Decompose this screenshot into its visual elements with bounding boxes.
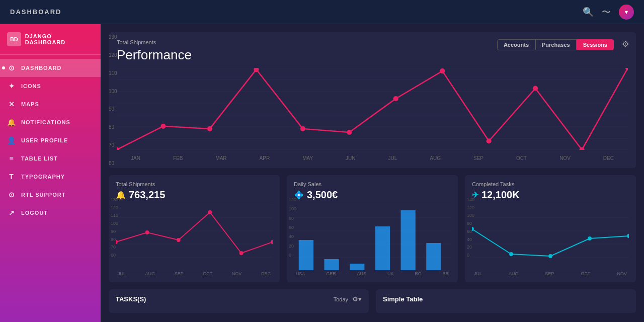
sidebar-item-logout[interactable]: ↗ LOGOUT [0,204,101,222]
stat-label-tasks: Completed Tasks [472,181,629,187]
stat-label-shipments: Total Shipments [116,181,273,187]
sidebar-item-table-list[interactable]: ≡ TABLE LIST [0,149,101,168]
tasks-line [472,229,629,256]
svg-point-15 [145,230,149,234]
nav-label-rtl-support: RTL SUPPORT [21,192,65,198]
sidebar-item-maps[interactable]: ✕ MAPS [0,95,101,113]
table-icon: ≡ [7,154,16,163]
chart-yaxis: 130 120 110 100 90 80 70 60 [109,32,117,168]
svg-point-42 [627,234,629,238]
stat-value-shipments: 🔔 763,215 [116,189,273,201]
chart-xaxis: JAN FEB MAR APR MAY JUN JUL AUG SEP OCT … [117,153,628,161]
tab-purchases[interactable]: Purchases [535,39,577,50]
chart-area: JAN FEB MAR APR MAY JUN JUL AUG SEP OCT … [117,68,628,161]
svg-point-16 [177,238,181,242]
table-header: Simple Table [383,295,629,303]
sidebar-brand: BD DJANGO DASHBOARD [0,24,101,55]
nav-label-icons: ICONS [21,83,41,89]
tasks-header: TASKS(S) Today ⚙▾ [116,295,362,303]
svg-point-17 [208,210,212,214]
brand-name: DJANGO DASHBOARD [25,33,94,45]
dot-mar [207,126,212,131]
icons-icon: ✦ [7,82,16,90]
gear-icon[interactable]: ⚙ [622,39,629,49]
shipments-line [116,212,273,253]
svg-point-41 [588,236,592,240]
stat-card-shipments: Total Shipments 🔔 763,215 [109,175,280,282]
brand-badge: BD [7,32,21,46]
nav-label-notifications: NOTIFICATIONS [21,119,70,125]
nav-label-logout: LOGOUT [21,210,48,216]
maps-icon: ✕ [7,100,16,108]
chart-wrapper: 130 120 110 100 90 80 70 60 [117,68,628,161]
dot-may [300,126,305,131]
content-area: Total Shipments Performance Accounts Pur… [101,24,644,322]
svg-rect-27 [324,259,339,270]
sales-xaxis: USA GER AUS UK RO BR [294,270,451,276]
dot-jan [117,147,119,149]
sidebar: BD DJANGO DASHBOARD ⊙ DASHBOARD ✦ ICONS … [0,24,101,322]
topbar-title: DASHBOARD [10,8,62,16]
nav-label-maps: MAPS [21,101,39,107]
performance-chart [117,68,628,153]
svg-rect-29 [375,226,390,270]
stat-card-tasks: Completed Tasks ✈ 12,100K [465,175,636,282]
bottom-row: TASKS(S) Today ⚙▾ Simple Table [109,289,636,313]
nav-label-user-profile: USER PROFILE [21,137,68,143]
svg-point-40 [548,254,552,258]
sidebar-nav: ⊙ DASHBOARD ✦ ICONS ✕ MAPS 🔔 NOTIFICATIO… [0,55,101,226]
bottom-stats: Total Shipments 🔔 763,215 [109,175,636,282]
sidebar-item-rtl-support[interactable]: ⊙ RTL SUPPORT [0,186,101,204]
rtl-icon: ⊙ [7,191,16,199]
shipments-chart [116,205,273,270]
performance-svg [117,68,628,150]
main-layout: BD DJANGO DASHBOARD ⊙ DASHBOARD ✦ ICONS … [0,24,644,322]
stat-label-sales: Daily Sales [294,181,451,187]
tasks-svg [472,205,629,270]
dashboard-icon: ⊙ [7,64,16,72]
dot-jun [347,130,352,135]
shipments-yaxis: 130 120 110 100 90 80 70 60 [111,197,118,258]
tasks-chart [472,205,629,270]
tab-accounts[interactable]: Accounts [497,39,535,50]
perf-line [117,68,628,150]
stat-value-sales: 💠 3,500€ [294,189,451,201]
nav-label-table-list: TABLE LIST [21,155,58,162]
svg-rect-28 [350,264,364,270]
avatar-initials: ▼ [624,9,629,15]
sidebar-item-typography[interactable]: T TYPOGRAPHY [0,168,101,186]
tasks-date: Today [334,296,348,302]
avatar[interactable]: ▼ [619,5,634,20]
tab-sessions[interactable]: Sessions [577,39,614,50]
sidebar-item-icons[interactable]: ✦ ICONS [0,77,101,95]
shipments-xaxis: JUL AUG SEP OCT NOV DEC [116,270,273,276]
sidebar-item-dashboard[interactable]: ⊙ DASHBOARD [0,59,101,77]
sales-yaxis: 120 100 80 60 40 20 0 [289,197,296,258]
sidebar-item-user-profile[interactable]: 👤 USER PROFILE [0,131,101,149]
stat-card-sales: Daily Sales 💠 3,500€ [287,175,458,282]
tasks-yaxis: 140 120 100 80 60 40 20 0 [467,197,474,258]
notifications-icon: 🔔 [7,118,16,126]
shipments-number: 763,215 [129,189,165,201]
simple-table-title: Simple Table [383,295,423,303]
svg-point-18 [239,251,244,255]
active-dot [2,66,5,69]
simple-table-card: Simple Table [376,289,636,313]
topbar-right: 🔍 〜 ▼ [583,5,634,20]
activity-icon[interactable]: 〜 [602,6,611,18]
performance-tabs: Accounts Purchases Sessions [497,39,614,50]
search-icon[interactable]: 🔍 [583,7,594,18]
stat-value-tasks: ✈ 12,100K [472,189,629,201]
dot-aug [440,68,445,73]
sales-chart [294,205,451,270]
dot-jul [393,96,398,101]
performance-card: Total Shipments Performance Accounts Pur… [109,32,636,168]
sales-svg [294,205,451,270]
tasks-gear-icon[interactable]: ⚙▾ [352,295,362,303]
sales-number: 3,500€ [307,189,338,201]
svg-rect-30 [401,210,416,270]
user-icon: 👤 [7,136,16,144]
nav-label-dashboard: DASHBOARD [21,65,62,71]
shipments-svg [116,205,273,270]
sidebar-item-notifications[interactable]: 🔔 NOTIFICATIONS [0,113,101,131]
